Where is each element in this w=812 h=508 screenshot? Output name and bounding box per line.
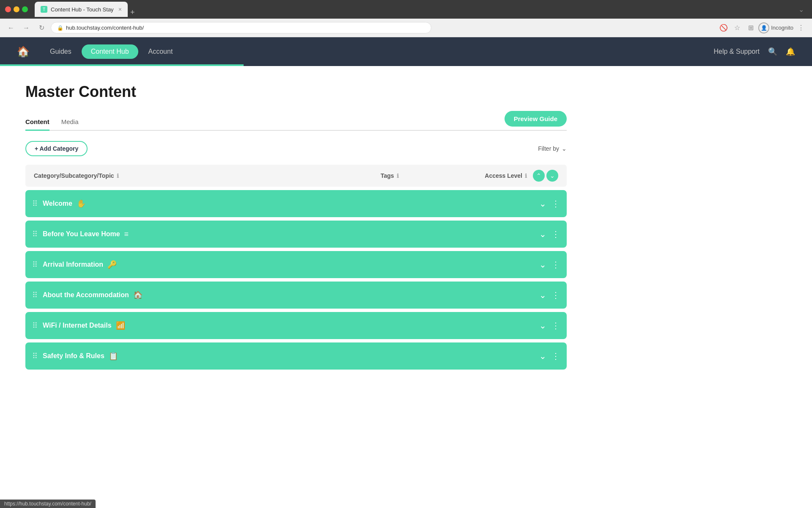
category-chevron-before-leave[interactable]: ⌄ bbox=[539, 229, 546, 239]
content-tabs: Content Media bbox=[25, 113, 505, 130]
help-support-link[interactable]: Help & Support bbox=[713, 48, 760, 55]
category-label-welcome: Welcome bbox=[43, 200, 72, 207]
disabled-icon-button[interactable]: 🚫 bbox=[718, 22, 730, 34]
nav-link-content-hub[interactable]: Content Hub bbox=[82, 44, 138, 59]
category-label-arrival: Arrival Information bbox=[43, 261, 103, 268]
bookmark-icon: ☆ bbox=[734, 24, 740, 32]
tab-bar: T Content Hub - Touch Stay × + bbox=[35, 2, 792, 17]
profile-button[interactable]: 👤 Incognito bbox=[758, 22, 793, 34]
more-options-button[interactable]: ⋮ bbox=[795, 22, 807, 34]
url-text: hub.touchstay.com/content-hub/ bbox=[66, 25, 144, 31]
category-more-before-leave[interactable]: ⋮ bbox=[551, 229, 560, 239]
column-access: Access Level ℹ ⌃ ⌄ bbox=[465, 170, 558, 182]
tabs-row: Content Media Preview Guide bbox=[25, 111, 567, 131]
tab-media[interactable]: Media bbox=[61, 114, 79, 131]
extension-button[interactable]: ⊞ bbox=[745, 22, 757, 34]
notifications-button[interactable]: 🔔 bbox=[786, 47, 795, 56]
profile-label: Incognito bbox=[771, 25, 793, 31]
filter-chevron-icon: ⌄ bbox=[562, 145, 567, 152]
search-icon: 🔍 bbox=[768, 47, 777, 56]
category-chevron-accommodation[interactable]: ⌄ bbox=[539, 290, 546, 300]
maximize-window-button[interactable] bbox=[22, 6, 28, 12]
category-title-accommodation: About the Accommodation 🏠 bbox=[43, 290, 539, 300]
column-category-label: Category/Subcategory/Topic bbox=[34, 172, 114, 179]
category-row-arrival[interactable]: ⠿ Arrival Information 🔑 ⌄ ⋮ bbox=[25, 251, 567, 278]
nav-link-guides[interactable]: Guides bbox=[43, 44, 78, 59]
sort-up-button[interactable]: ⌃ bbox=[533, 170, 545, 182]
category-row-before-leave[interactable]: ⠿ Before You Leave Home ≡ ⌄ ⋮ bbox=[25, 221, 567, 248]
filter-label: Filter by bbox=[538, 145, 559, 152]
bell-icon: 🔔 bbox=[786, 47, 795, 56]
column-category: Category/Subcategory/Topic ℹ bbox=[34, 172, 381, 179]
table-header: Category/Subcategory/Topic ℹ Tags ℹ Acce… bbox=[25, 165, 567, 187]
category-row-accommodation[interactable]: ⠿ About the Accommodation 🏠 ⌄ ⋮ bbox=[25, 282, 567, 309]
category-title-before-leave: Before You Leave Home ≡ bbox=[43, 230, 539, 239]
tab-title: Content Hub - Touch Stay bbox=[51, 6, 115, 13]
drag-handle-safety[interactable]: ⠿ bbox=[32, 351, 38, 361]
lock-icon: 🔒 bbox=[57, 25, 63, 31]
profile-avatar: 👤 bbox=[758, 22, 769, 33]
new-tab-button[interactable]: + bbox=[130, 8, 135, 17]
category-chevron-welcome[interactable]: ⌄ bbox=[539, 199, 546, 209]
preview-guide-button[interactable]: Preview Guide bbox=[505, 111, 567, 127]
add-category-button[interactable]: + Add Category bbox=[25, 141, 88, 156]
drag-handle-accommodation[interactable]: ⠿ bbox=[32, 290, 38, 300]
more-icon: ⋮ bbox=[798, 24, 804, 32]
address-bar[interactable]: 🔒 hub.touchstay.com/content-hub/ bbox=[51, 22, 431, 33]
category-more-wifi[interactable]: ⋮ bbox=[551, 320, 560, 331]
profile-icon-glyph: 👤 bbox=[761, 25, 767, 31]
category-more-safety[interactable]: ⋮ bbox=[551, 351, 560, 361]
page-content: Master Content Content Media Preview Gui… bbox=[0, 66, 592, 387]
active-tab[interactable]: T Content Hub - Touch Stay × bbox=[35, 2, 128, 17]
category-more-welcome[interactable]: ⋮ bbox=[551, 199, 560, 209]
drag-handle-wifi[interactable]: ⠿ bbox=[32, 321, 38, 330]
back-button[interactable]: ← bbox=[5, 22, 17, 34]
category-row-safety[interactable]: ⠿ Safety Info & Rules 📋 ⌄ ⋮ bbox=[25, 342, 567, 370]
tab-close-button[interactable]: × bbox=[118, 6, 122, 13]
nav-link-account[interactable]: Account bbox=[142, 44, 180, 59]
category-more-accommodation[interactable]: ⋮ bbox=[551, 290, 560, 300]
category-chevron-wifi[interactable]: ⌄ bbox=[539, 320, 546, 331]
drag-handle-welcome[interactable]: ⠿ bbox=[32, 199, 38, 208]
category-chevron-safety[interactable]: ⌄ bbox=[539, 351, 546, 361]
category-label-wifi: WiFi / Internet Details bbox=[43, 322, 112, 329]
category-icon-welcome: ✋ bbox=[77, 199, 86, 208]
category-label-safety: Safety Info & Rules bbox=[43, 352, 104, 360]
sort-down-button[interactable]: ⌄ bbox=[546, 170, 558, 182]
column-tags: Tags ℹ bbox=[381, 172, 465, 179]
category-title-arrival: Arrival Information 🔑 bbox=[43, 260, 539, 269]
category-label-before-leave: Before You Leave Home bbox=[43, 230, 120, 238]
toolbar-row: + Add Category Filter by ⌄ bbox=[25, 141, 567, 156]
category-icon-arrival: 🔑 bbox=[107, 260, 117, 269]
minimize-window-button[interactable] bbox=[14, 6, 19, 12]
category-icon-before-leave: ≡ bbox=[124, 230, 129, 239]
bookmark-button[interactable]: ☆ bbox=[731, 22, 743, 34]
column-access-label: Access Level bbox=[485, 172, 522, 179]
browser-titlebar: T Content Hub - Touch Stay × + ⌄ bbox=[0, 0, 812, 19]
tags-info-icon[interactable]: ℹ bbox=[397, 173, 399, 179]
search-button[interactable]: 🔍 bbox=[768, 47, 777, 56]
close-window-button[interactable] bbox=[5, 6, 11, 12]
drag-handle-before-leave[interactable]: ⠿ bbox=[32, 229, 38, 239]
refresh-button[interactable]: ↻ bbox=[36, 22, 47, 34]
browser-chrome: T Content Hub - Touch Stay × + ⌄ ← → ↻ 🔒… bbox=[0, 0, 812, 37]
nav-logo[interactable]: 🏠 bbox=[17, 46, 30, 58]
tab-content[interactable]: Content bbox=[25, 114, 49, 131]
category-more-arrival[interactable]: ⋮ bbox=[551, 260, 560, 270]
category-row-wifi[interactable]: ⠿ WiFi / Internet Details 📶 ⌄ ⋮ bbox=[25, 312, 567, 339]
forward-button[interactable]: → bbox=[20, 22, 32, 34]
category-info-icon[interactable]: ℹ bbox=[117, 173, 119, 179]
extension-icon: ⊞ bbox=[748, 24, 754, 32]
tab-favicon: T bbox=[41, 6, 47, 13]
access-info-icon[interactable]: ℹ bbox=[525, 173, 527, 179]
category-rows: ⠿ Welcome ✋ ⌄ ⋮ ⠿ Before You Leave Home … bbox=[25, 190, 567, 370]
category-row-welcome[interactable]: ⠿ Welcome ✋ ⌄ ⋮ bbox=[25, 190, 567, 217]
category-title-welcome: Welcome ✋ bbox=[43, 199, 539, 208]
status-url: https://hub.touchstay.com/content-hub/ bbox=[4, 501, 91, 507]
drag-handle-arrival[interactable]: ⠿ bbox=[32, 260, 38, 269]
filter-button[interactable]: Filter by ⌄ bbox=[538, 145, 567, 152]
chevron-down-icon: ⌄ bbox=[798, 6, 804, 14]
browser-toolbar-icons: 🚫 ☆ ⊞ 👤 Incognito ⋮ bbox=[718, 22, 807, 34]
window-controls-button[interactable]: ⌄ bbox=[795, 3, 807, 15]
category-chevron-arrival[interactable]: ⌄ bbox=[539, 260, 546, 270]
